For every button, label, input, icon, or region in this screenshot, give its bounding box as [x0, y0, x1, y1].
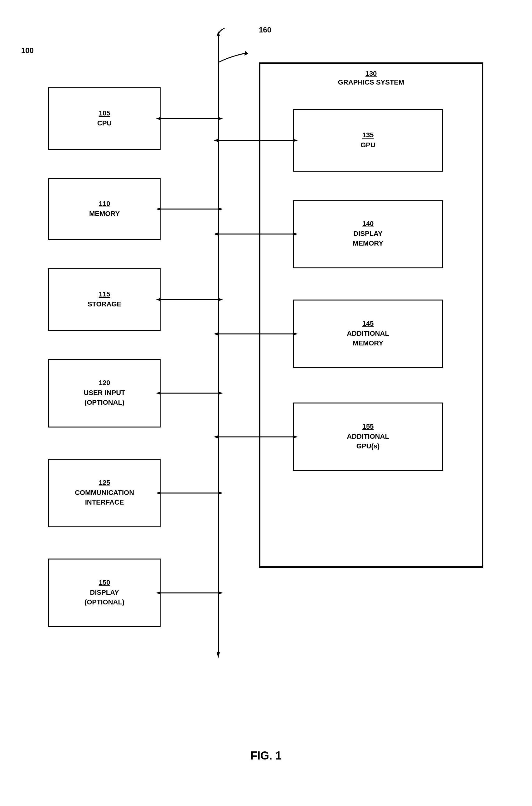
comm-interface-label: COMMUNICATIONINTERFACE: [75, 488, 134, 507]
svg-marker-22: [218, 492, 223, 495]
memory-label: MEMORY: [89, 209, 120, 219]
additional-memory-num: 145: [362, 319, 374, 328]
additional-memory-label: ADDITIONALMEMORY: [347, 329, 389, 348]
box-additional-gpu: 155 ADDITIONALGPU(s): [293, 403, 443, 471]
box-cpu: 105 CPU: [48, 87, 160, 150]
gpu-num: 135: [362, 131, 374, 139]
display-label: DISPLAY(OPTIONAL): [84, 588, 125, 607]
svg-marker-19: [218, 391, 223, 395]
box-comm-interface: 125 COMMUNICATIONINTERFACE: [48, 459, 160, 527]
box-gpu: 135 GPU: [293, 109, 443, 171]
box-memory: 110 MEMORY: [48, 178, 160, 240]
display-memory-label: DISPLAYMEMORY: [353, 229, 383, 249]
additional-gpu-label: ADDITIONALGPU(s): [347, 432, 389, 451]
box-storage: 115 STORAGE: [48, 268, 160, 331]
additional-gpu-num: 155: [362, 422, 374, 431]
svg-marker-30: [214, 233, 218, 236]
cpu-label: CPU: [97, 118, 112, 128]
fig-label: FIG. 1: [0, 749, 532, 762]
storage-label: STORAGE: [88, 299, 121, 309]
svg-marker-16: [218, 298, 223, 301]
svg-marker-33: [214, 332, 218, 335]
storage-num: 115: [99, 290, 110, 298]
svg-marker-38: [245, 51, 248, 56]
cpu-num: 105: [99, 109, 110, 117]
user-input-label: USER INPUT(OPTIONAL): [83, 388, 125, 407]
box-display-memory: 140 DISPLAYMEMORY: [293, 200, 443, 268]
display-memory-num: 140: [362, 220, 374, 228]
graphics-system-label: GRAPHICS SYSTEM: [338, 78, 404, 86]
arrow-label-160: 160: [259, 25, 271, 34]
gpu-label: GPU: [360, 141, 376, 150]
svg-marker-36: [214, 435, 218, 438]
svg-marker-27: [214, 139, 218, 142]
user-input-num: 120: [99, 379, 110, 387]
comm-interface-num: 125: [99, 479, 110, 487]
system-label: 100: [21, 46, 34, 55]
box-additional-memory: 145 ADDITIONALMEMORY: [293, 299, 443, 368]
svg-marker-7: [217, 652, 220, 658]
svg-marker-10: [218, 117, 223, 120]
graphics-system-num: 130: [365, 70, 377, 77]
box-display: 150 DISPLAY(OPTIONAL): [48, 558, 160, 627]
graphics-system-title: 130 GRAPHICS SYSTEM: [260, 70, 482, 87]
svg-marker-13: [218, 207, 223, 210]
svg-marker-25: [218, 591, 223, 594]
memory-num: 110: [99, 200, 110, 208]
box-user-input: 120 USER INPUT(OPTIONAL): [48, 359, 160, 427]
display-num: 150: [99, 579, 110, 587]
svg-marker-5: [217, 31, 220, 36]
diagram-container: 100 160 130 GRAPHICS SYSTEM 105 CPU 110 …: [0, 0, 532, 806]
